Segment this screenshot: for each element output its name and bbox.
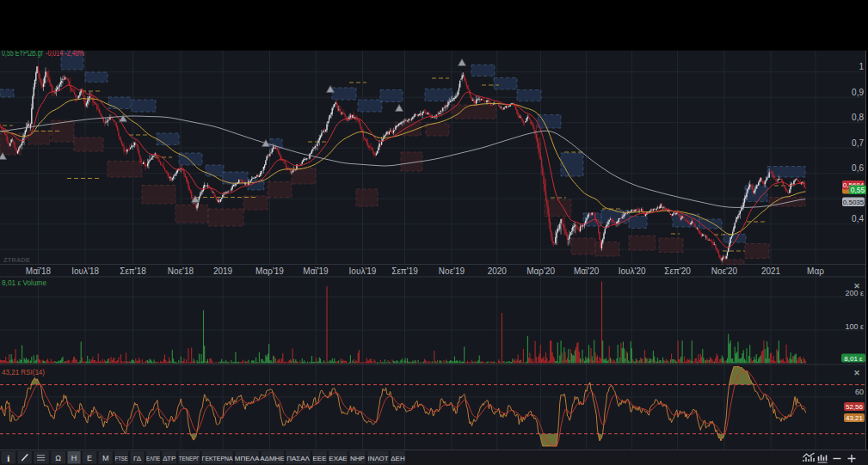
svg-text:0,55: 0,55 xyxy=(851,186,865,194)
svg-text:ΕΧΑΕ: ΕΧΑΕ xyxy=(329,455,347,462)
svg-text:H: H xyxy=(71,454,77,462)
svg-text:43,21: 43,21 xyxy=(846,414,864,422)
svg-text:0,8: 0,8 xyxy=(852,113,864,122)
svg-text:Ιουλ'18: Ιουλ'18 xyxy=(71,266,99,276)
svg-text:ΜΠΕΛΑ: ΜΠΕΛΑ xyxy=(235,455,260,462)
svg-text:ΓΔ: ΓΔ xyxy=(133,455,142,462)
svg-text:ΔΤΡ: ΔΤΡ xyxy=(163,455,175,462)
svg-text:Σεπ'18: Σεπ'18 xyxy=(120,266,146,276)
svg-text:Μαϊ'20: Μαϊ'20 xyxy=(574,266,600,276)
svg-text:Ιουλ'20: Ιουλ'20 xyxy=(619,266,646,276)
svg-text:✕: ✕ xyxy=(853,369,860,377)
svg-text:Νοε'20: Νοε'20 xyxy=(711,266,738,276)
svg-text:Νοε'18: Νοε'18 xyxy=(168,266,194,276)
svg-text:ΝΗΡ: ΝΗΡ xyxy=(350,455,365,462)
svg-text:0,4: 0,4 xyxy=(852,214,864,223)
svg-text:8,01 ε: 8,01 ε xyxy=(844,355,863,363)
svg-text:ΑΔΜΗΕ: ΑΔΜΗΕ xyxy=(260,455,284,462)
svg-text:E: E xyxy=(87,454,92,462)
svg-text:ΕΕΕ: ΕΕΕ xyxy=(312,455,326,462)
svg-text:ΔΕΗ: ΔΕΗ xyxy=(391,455,405,462)
svg-text:0,9: 0,9 xyxy=(852,88,864,97)
svg-text:ΕΛΠΕ: ΕΛΠΕ xyxy=(146,455,160,462)
svg-text:0,6: 0,6 xyxy=(852,163,864,173)
svg-text:52,56: 52,56 xyxy=(846,403,864,411)
svg-text:Σεπ'20: Σεπ'20 xyxy=(664,266,691,276)
svg-text:2019: 2019 xyxy=(213,266,233,276)
svg-text:2021: 2021 xyxy=(761,266,781,276)
svg-text:2020: 2020 xyxy=(488,266,508,276)
svg-text:Μαρ'20: Μαρ'20 xyxy=(526,266,555,276)
svg-text:Μαϊ'18: Μαϊ'18 xyxy=(26,266,52,276)
svg-text:ZTRADE: ZTRADE xyxy=(3,256,30,264)
svg-text:Μαϊ'19: Μαϊ'19 xyxy=(303,266,329,276)
svg-text:1: 1 xyxy=(859,62,864,71)
svg-text:ΠΑΣΑΛ: ΠΑΣΑΛ xyxy=(286,455,310,462)
svg-text:60: 60 xyxy=(855,388,864,396)
svg-text:✕: ✕ xyxy=(853,282,860,291)
svg-text:Μαρ: Μαρ xyxy=(807,266,824,276)
svg-text:ΙΝΛΟΤ: ΙΝΛΟΤ xyxy=(368,455,389,462)
svg-text:100 ε: 100 ε xyxy=(845,322,864,331)
svg-text:8,01 ε Volume: 8,01 ε Volume xyxy=(2,278,46,287)
svg-text:M: M xyxy=(102,454,109,462)
svg-text:43,21 RSI(14): 43,21 RSI(14) xyxy=(2,368,45,376)
svg-text:Μαρ'19: Μαρ'19 xyxy=(255,266,284,276)
svg-text:Νοε'19: Νοε'19 xyxy=(439,266,465,276)
svg-text:FTSE: FTSE xyxy=(115,455,128,462)
svg-text:Ιουλ'19: Ιουλ'19 xyxy=(349,266,377,276)
svg-text:i: i xyxy=(7,454,9,463)
svg-text:Σεπ'19: Σεπ'19 xyxy=(391,266,418,276)
svg-text:0,5035: 0,5035 xyxy=(843,199,865,206)
svg-text:ΤΕΝΕΡΓ: ΤΕΝΕΡΓ xyxy=(179,455,200,462)
svg-text:ΓΕΚΤΕΡΝΑ: ΓΕΚΤΕΡΝΑ xyxy=(202,455,234,462)
svg-text:Ω: Ω xyxy=(55,454,61,462)
svg-text:0,7: 0,7 xyxy=(852,138,864,148)
